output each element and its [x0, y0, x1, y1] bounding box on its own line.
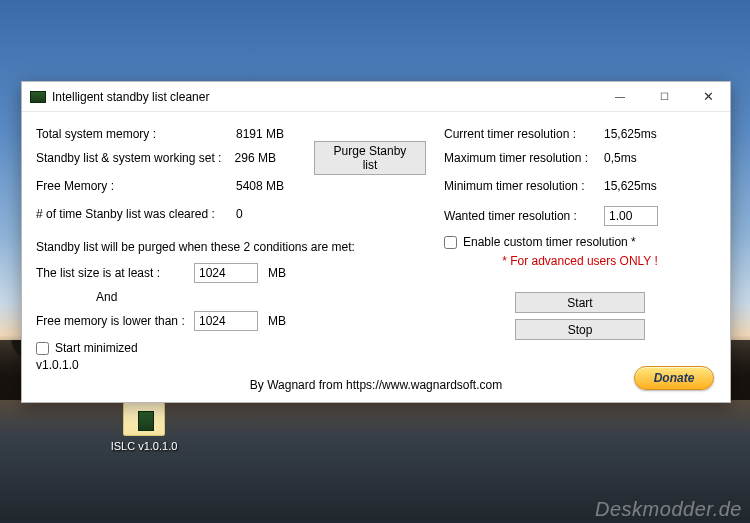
footer-credit: By Wagnard from https://www.wagnardsoft.… — [36, 378, 716, 392]
version-label: v1.0.1.0 — [36, 358, 426, 372]
min-timer-value: 15,625ms — [604, 179, 657, 193]
list-size-input[interactable] — [194, 263, 258, 283]
total-memory-label: Total system memory : — [36, 127, 236, 141]
donate-button[interactable]: Donate — [634, 366, 714, 390]
cleared-count-label: # of time Stanby list was cleared : — [36, 207, 236, 221]
watermark: Deskmodder.de — [595, 498, 742, 521]
max-timer-label: Maximum timer resolution : — [444, 151, 604, 165]
titlebar[interactable]: Intelligent standby list cleaner — ☐ ✕ — [22, 82, 730, 112]
max-timer-value: 0,5ms — [604, 151, 637, 165]
free-memory-threshold-label: Free memory is lower than : — [36, 314, 194, 328]
current-timer-label: Current timer resolution : — [444, 127, 604, 141]
maximize-button[interactable]: ☐ — [642, 82, 686, 112]
enable-custom-timer-checkbox[interactable] — [444, 236, 457, 249]
total-memory-value: 8191 MB — [236, 127, 316, 141]
advanced-note: * For advanced users ONLY ! — [444, 254, 716, 268]
start-minimized-label: Start minimized — [55, 341, 138, 355]
cleared-count-value: 0 — [236, 207, 316, 221]
desktop-shortcut[interactable]: ISLC v1.0.1.0 — [104, 402, 184, 452]
wanted-timer-label: Wanted timer resolution : — [444, 209, 604, 223]
window-title: Intelligent standby list cleaner — [52, 90, 598, 104]
start-button[interactable]: Start — [515, 292, 645, 313]
free-memory-value: 5408 MB — [236, 179, 316, 193]
enable-custom-timer-label: Enable custom timer resolution * — [463, 235, 636, 249]
start-minimized-checkbox[interactable] — [36, 342, 49, 355]
conditions-intro: Standby list will be purged when these 2… — [36, 240, 426, 254]
standby-set-value: 296 MB — [235, 151, 314, 165]
purge-button[interactable]: Purge Stanby list — [314, 141, 426, 175]
free-memory-label: Free Memory : — [36, 179, 236, 193]
free-memory-threshold-input[interactable] — [194, 311, 258, 331]
current-timer-value: 15,625ms — [604, 127, 657, 141]
folder-icon — [123, 402, 165, 436]
app-icon — [30, 91, 46, 103]
close-button[interactable]: ✕ — [686, 82, 730, 112]
list-size-label: The list size is at least : — [36, 266, 194, 280]
list-size-unit: MB — [268, 266, 286, 280]
free-memory-unit: MB — [268, 314, 286, 328]
minimize-button[interactable]: — — [598, 82, 642, 112]
min-timer-label: Minimum timer resolution : — [444, 179, 604, 193]
desktop-shortcut-label: ISLC v1.0.1.0 — [104, 440, 184, 452]
stop-button[interactable]: Stop — [515, 319, 645, 340]
standby-set-label: Standby list & system working set : — [36, 151, 235, 165]
app-window: Intelligent standby list cleaner — ☐ ✕ T… — [21, 81, 731, 403]
wanted-timer-input[interactable] — [604, 206, 658, 226]
and-label: And — [36, 286, 426, 308]
